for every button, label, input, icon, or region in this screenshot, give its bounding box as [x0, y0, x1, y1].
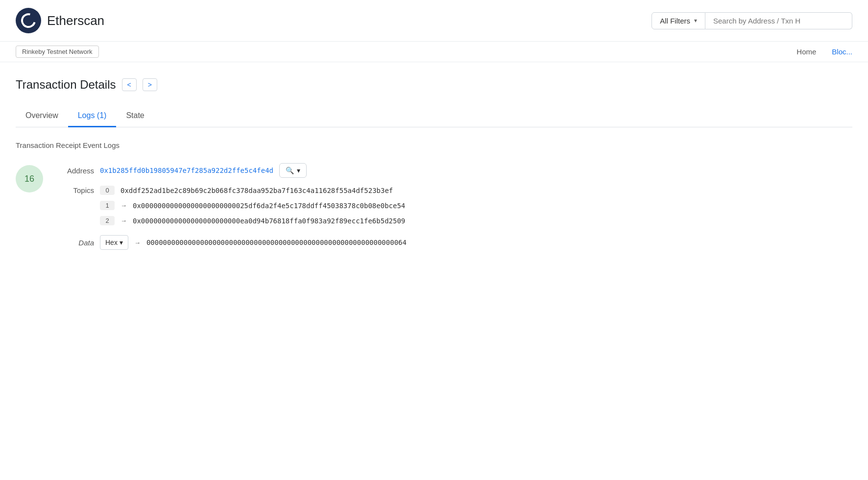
topics-label: Topics: [55, 186, 94, 194]
log-details: Address 0x1b285ffd0b19805947e7f285a922d2…: [55, 163, 852, 250]
main-content: Transaction Details < > Overview Logs (1…: [0, 62, 868, 285]
address-action-button[interactable]: 🔍 ▾: [279, 163, 307, 178]
page-title: Transaction Details: [16, 78, 116, 92]
data-value: 0000000000000000000000000000000000000000…: [146, 239, 407, 246]
data-label: Data: [55, 239, 94, 247]
tab-logs[interactable]: Logs (1): [68, 105, 117, 127]
topic-row-1: 1 → 0x00000000000000000000000025df6da2f4…: [55, 201, 852, 210]
network-badge: Rinkeby Testnet Network: [16, 46, 99, 58]
address-row: Address 0x1b285ffd0b19805947e7f285a922d2…: [55, 163, 852, 178]
topic-index-0: 0: [100, 186, 115, 195]
logo-text: Etherscan: [47, 13, 104, 28]
chevron-down-icon: ▾: [297, 167, 300, 174]
topic-arrow-2: →: [121, 217, 127, 224]
tabs: Overview Logs (1) State: [16, 105, 852, 127]
chevron-down-icon: ▾: [694, 17, 697, 24]
data-row: Data Hex ▾ → 000000000000000000000000000…: [55, 235, 852, 250]
filter-label: All Filters: [660, 17, 690, 25]
header: Etherscan All Filters ▾: [0, 0, 868, 42]
tab-overview[interactable]: Overview: [16, 105, 68, 127]
hex-dropdown[interactable]: Hex ▾: [100, 235, 128, 250]
logo-area: Etherscan: [16, 8, 104, 33]
topic-row-2: 2 → 0x000000000000000000000000ea0d94b768…: [55, 216, 852, 225]
topic-row-0: Topics 0 0xddf252ad1be2c89b69c2b068fc378…: [55, 186, 852, 195]
search-zoom-icon: 🔍: [286, 167, 294, 174]
prev-arrow-button[interactable]: <: [122, 78, 137, 91]
hex-label: Hex: [105, 239, 118, 246]
header-right: All Filters ▾: [651, 12, 852, 29]
filter-dropdown[interactable]: All Filters ▾: [651, 12, 705, 29]
data-arrow: →: [134, 239, 141, 246]
topic-value-0: 0xddf252ad1be2c89b69c2b068fc378daa952ba7…: [121, 187, 393, 194]
log-entry: 16 Address 0x1b285ffd0b19805947e7f285a92…: [16, 163, 852, 250]
nav-bar: Home Bloc...: [796, 48, 852, 56]
topic-value-1: 0x00000000000000000000000025df6da2f4e5c1…: [133, 202, 405, 210]
address-value[interactable]: 0x1b285ffd0b19805947e7f285a922d2ffe5c4fe…: [100, 167, 273, 174]
topic-index-2: 2: [100, 216, 115, 225]
nav-blockchain[interactable]: Bloc...: [832, 48, 852, 56]
search-input[interactable]: [705, 12, 852, 29]
next-arrow-button[interactable]: >: [143, 78, 157, 91]
topic-index-1: 1: [100, 201, 115, 210]
topic-value-2: 0x000000000000000000000000ea0d94b76818ff…: [133, 217, 405, 225]
topics-block: Topics 0 0xddf252ad1be2c89b69c2b068fc378…: [55, 186, 852, 225]
nav-home[interactable]: Home: [796, 48, 816, 56]
hex-chevron-icon: ▾: [120, 239, 123, 246]
log-number-badge: 16: [16, 165, 43, 192]
receipt-title: Transaction Receipt Event Logs: [16, 141, 852, 149]
page-title-row: Transaction Details < >: [16, 78, 852, 92]
tab-state[interactable]: State: [116, 105, 154, 127]
logo-icon: [16, 8, 41, 33]
address-label: Address: [55, 167, 94, 175]
topic-arrow-1: →: [121, 202, 127, 209]
search-container: All Filters ▾: [651, 12, 852, 29]
logo-inner: [19, 11, 39, 31]
